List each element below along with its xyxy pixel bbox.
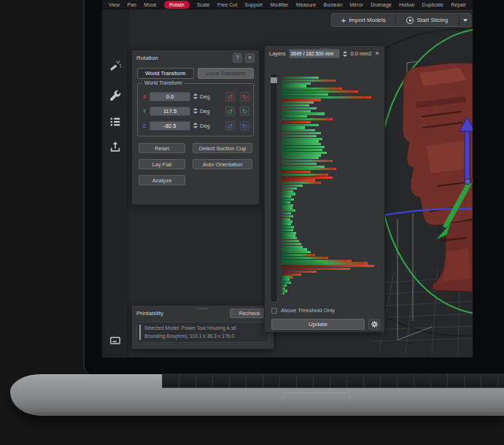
gear-icon [371, 320, 379, 328]
histogram-bar [282, 149, 322, 151]
close-icon[interactable]: × [373, 49, 381, 58]
histogram-bar [282, 143, 321, 145]
rotate-cw-icon[interactable]: ↻ [240, 107, 249, 116]
toolbar-item-duplicate[interactable]: Duplicate [422, 0, 443, 9]
export-icon [109, 140, 122, 153]
tab-world-transform[interactable]: World Transform [137, 68, 194, 79]
rotation-axis-row-y: Y117.5Deg↺↻ [141, 104, 249, 118]
toolbar-item-view[interactable]: View [109, 0, 120, 9]
histogram-bar [282, 101, 314, 104]
group-title: World Transform [142, 80, 185, 85]
toolbar-item-drainage[interactable]: Drainage [371, 0, 391, 9]
histogram-bar [282, 124, 319, 126]
help-button[interactable]: ? [233, 53, 242, 63]
histogram-bar [282, 146, 325, 148]
histogram-bar [282, 121, 311, 123]
detect-suction-cup-button[interactable]: Detect Suction Cup [193, 143, 252, 153]
histogram-bar [282, 223, 291, 225]
laptop-keyboard [162, 374, 504, 388]
histogram-bar [282, 198, 294, 201]
rotation-z-input[interactable]: -82.5 [150, 121, 190, 131]
recheck-button[interactable]: Recheck [230, 309, 269, 318]
toolbar-item-boolean[interactable]: Boolean [323, 0, 342, 9]
rotate-cw-icon[interactable]: ↻ [240, 92, 249, 101]
histogram-bar [282, 98, 321, 101]
sidebar-tool-display-icon[interactable] [108, 333, 123, 348]
lay-flat-button[interactable]: Lay Flat [139, 159, 185, 169]
histogram-bar [282, 237, 297, 239]
toolbar-item-scale[interactable]: Scale [197, 0, 210, 9]
layer-slider-handle[interactable] [271, 77, 277, 83]
histogram-bar [282, 154, 321, 156]
histogram-bar [282, 290, 287, 292]
gizmo-center[interactable] [465, 179, 470, 185]
layer-spinner[interactable] [343, 51, 348, 57]
histogram-bar [282, 260, 352, 262]
histogram-bar [282, 215, 293, 217]
histogram-bar [282, 293, 284, 295]
histogram-bar [282, 126, 305, 128]
printability-header: Printability Recheck [132, 306, 274, 320]
magic-wand-icon [109, 60, 122, 73]
close-icon[interactable]: × [245, 53, 255, 63]
world-transform-group: World Transform X0.0Deg↺↻Y117.5Deg↺↻Z-82… [137, 83, 254, 136]
sidebar-tool-export-icon[interactable] [108, 139, 123, 154]
histogram-bar [282, 190, 293, 193]
layer-value-input[interactable]: 3649 / 182.500 mm [289, 49, 340, 58]
histogram-bar [282, 201, 290, 204]
rotate-ccw-icon[interactable]: ↺ [225, 107, 235, 116]
toolbar-item-support[interactable]: Support [245, 0, 263, 9]
histogram-bar [282, 265, 374, 267]
sidebar-tool-magic-wand-icon[interactable] [108, 59, 123, 74]
threshold-checkbox[interactable] [271, 308, 277, 314]
histogram-bar [282, 163, 317, 165]
layer-area-histogram[interactable] [282, 77, 379, 295]
rotation-y-spinner[interactable] [193, 108, 198, 114]
rotation-x-input[interactable]: 0.0 [150, 92, 190, 101]
toolbar-item-free-cut[interactable]: Free Cut [217, 0, 237, 9]
toolbar-item-rotate[interactable]: Rotate [164, 1, 190, 9]
drag-handle[interactable] [319, 48, 330, 50]
gizmo-arrow-blue[interactable] [465, 130, 470, 182]
area-value-label: 0.0 mm2 [351, 50, 372, 57]
histogram-bar [282, 220, 292, 222]
analyze-button[interactable]: Analyze [139, 175, 185, 185]
histogram-bar [282, 160, 333, 162]
toolbar-item-modifier[interactable]: Modifier [271, 0, 289, 9]
auto-orientation-button[interactable]: Auto Orientation [193, 159, 252, 169]
histogram-bar [282, 129, 315, 131]
toolbar-item-pan[interactable]: Pan [127, 0, 136, 9]
tab-local-transform[interactable]: Local Transform [198, 68, 255, 79]
rotate-ccw-icon[interactable]: ↺ [225, 121, 235, 131]
toolbar-item-measure[interactable]: Measure [296, 0, 316, 9]
rotation-z-spinner[interactable] [193, 123, 198, 128]
display-icon [109, 334, 122, 347]
reset-button[interactable]: Reset [139, 143, 185, 153]
histogram-bar [282, 268, 350, 270]
rotation-y-input[interactable]: 117.5 [150, 107, 190, 116]
histogram-bar [282, 282, 291, 284]
histogram-bar [282, 229, 293, 231]
histogram-bar [282, 96, 371, 98]
rotate-ccw-icon[interactable]: ↺ [225, 92, 235, 101]
drag-handle[interactable] [197, 308, 209, 309]
settings-button[interactable] [368, 319, 380, 330]
toolbar-item-hollow[interactable]: Hollow [399, 0, 414, 9]
layers-label: Layers [269, 50, 286, 57]
histogram-bar [282, 209, 295, 212]
update-button[interactable]: Update [271, 319, 365, 330]
toolbar-item-mirror[interactable]: Mirror [350, 0, 363, 9]
rotate-cw-icon[interactable]: ↻ [240, 121, 249, 131]
histogram-bar [282, 251, 311, 253]
threshold-checkbox-row[interactable]: Above Threshold Only [271, 307, 335, 314]
sidebar-tool-list-icon[interactable] [108, 115, 123, 129]
rotation-x-spinner[interactable] [193, 93, 198, 99]
layer-slider[interactable] [271, 75, 276, 301]
rotation-actions: ResetDetect Suction CupLay FlatAuto Orie… [139, 143, 252, 185]
axis-label-y: Y [141, 109, 147, 114]
histogram-bar [282, 285, 287, 287]
sidebar-tool-wrench-icon[interactable] [108, 88, 123, 103]
toolbar-item-repair[interactable]: Repair [451, 0, 466, 9]
toolbar-item-move[interactable]: Move [144, 0, 156, 9]
histogram-bar [282, 243, 301, 245]
